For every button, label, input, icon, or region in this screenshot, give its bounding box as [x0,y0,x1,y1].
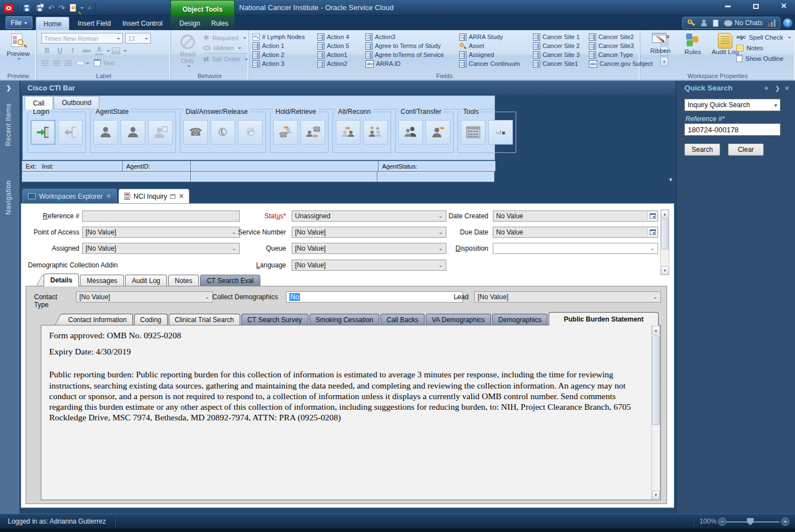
tab-ct-search-eval[interactable]: CT Search Eval [200,275,260,286]
zoom-in-button[interactable]: + [781,517,789,526]
oracle-logo-icon[interactable] [3,3,14,13]
maximize-button[interactable] [749,2,763,10]
field-item[interactable]: ablARRA ID [365,59,455,68]
tab-nci-inquiry[interactable]: NCI Inquiry ✕ [118,189,189,203]
transfer-button[interactable] [426,120,450,145]
scroll-down-button[interactable]: ▼ [661,266,669,275]
scrollbar-thumb[interactable] [652,336,660,425]
login-button[interactable] [31,120,55,145]
field-item[interactable]: Action2 [317,59,361,68]
status-dropdown[interactable]: Unassigned⌄ [292,210,446,222]
clear-button[interactable]: Clear [728,143,764,156]
align-left-icon[interactable] [41,60,49,66]
expand-dock-icon[interactable]: ❯ [6,84,11,92]
agent-ready-button[interactable] [93,120,118,145]
scrollbar-thumb[interactable] [661,219,669,250]
save-all-icon[interactable] [35,3,44,12]
field-item[interactable]: Cancer Continuum [459,59,529,68]
audit-log-button[interactable]: Audit Log [711,33,740,56]
field-item[interactable]: Action3 [365,32,455,41]
font-color-dropdown[interactable] [107,50,110,54]
ribbon-tab-design[interactable]: Design [172,17,207,30]
ribbon-tab-home[interactable]: Home [36,17,69,30]
panel-scroll-down-icon[interactable]: ▼ [668,177,673,183]
strikethrough-button[interactable]: abc [80,48,93,54]
rules-button[interactable]: Rules [678,33,707,56]
tab-public-burden-statement[interactable]: Public Burden Statement [549,312,659,325]
underline-button[interactable]: U [54,47,65,55]
font-size-combo[interactable]: 12 [125,33,151,44]
chat-status[interactable]: No Chats [724,19,763,27]
tab-clinical-trial-search[interactable]: Clinical Trial Search [169,314,240,325]
tab-messages[interactable]: Messages [80,275,124,286]
agent-not-ready-button[interactable] [121,120,145,145]
service-number-dropdown[interactable]: [No Value]⌄ [292,227,446,238]
help-button[interactable]: ? [783,18,793,28]
content-scrollbar[interactable]: ▲ ▼ [651,325,660,500]
collect-demographics-combo[interactable]: No⌄ [286,291,463,303]
bold-button[interactable]: B [41,47,53,55]
retrieve-button[interactable]: ☎ [301,120,325,145]
show-outline-button[interactable]: Show Outline [736,53,791,64]
close-panel-icon[interactable]: ✕ [784,85,789,92]
zoom-slider-thumb[interactable] [747,518,754,525]
restore-window-icon[interactable] [170,194,175,199]
tab-workspaces-explorer[interactable]: Workspaces Explorer ✕ [22,189,117,203]
conference-button[interactable] [398,120,423,145]
cti-tab-outbound[interactable]: Outbound [54,96,100,109]
tab-contact-information[interactable]: Contact Information [62,314,133,325]
hidden-button[interactable]: Hidden [203,43,248,54]
border-style-combo[interactable] [77,61,89,65]
font-name-combo[interactable]: Times New Roman [41,33,123,44]
field-item[interactable]: Agree toTerms of Service [365,50,455,59]
fill-color-dropdown[interactable] [123,50,127,54]
reconnect-button[interactable] [363,120,388,145]
align-right-icon[interactable] [65,60,72,66]
notes-button[interactable]: Notes [736,42,791,53]
assigned-dropdown[interactable]: [No Value]⌄ [82,243,240,254]
minimize-button[interactable] [721,2,735,10]
record-button[interactable]: ○/■ [488,120,513,145]
contact-type-dropdown[interactable]: [No Value]⌄ [76,291,213,303]
field-item[interactable]: Cancer Site 1 [533,32,584,41]
alternate-button[interactable] [336,120,360,145]
fill-color-icon[interactable] [112,47,120,54]
logout-button[interactable] [58,120,83,145]
dial-button[interactable]: ☎ [183,120,208,145]
required-button[interactable]: ✱ Required [203,32,248,43]
field-item[interactable]: Agree to Terms of Study [365,41,455,50]
field-item[interactable]: Action 2 [253,50,313,59]
preview-button[interactable]: Preview [3,32,34,60]
key-icon[interactable] [687,19,695,27]
field-item[interactable]: Cancer Site1 [533,59,584,68]
font-color-button[interactable]: A [95,46,103,55]
tab-order-button[interactable]: ⇄ Tab Order [203,54,248,64]
tab-smoking-cessation[interactable]: Smoking Cessation [310,314,379,325]
date-created-field[interactable]: No Value [493,210,658,222]
close-tab-icon[interactable]: ✕ [179,193,184,200]
recent-items-panel-tab[interactable]: Recent Items [4,103,12,146]
field-item[interactable]: Action 4 [317,32,361,41]
scroll-up-button[interactable]: ▲ [661,210,669,218]
tab-demographics[interactable]: Demographics [492,314,548,325]
collapse-panel-icon[interactable]: ❯ [775,85,780,92]
tab-coding[interactable]: Coding [134,314,168,325]
undo-icon[interactable]: ↶ [48,3,55,12]
tab-details[interactable]: Details [44,274,79,286]
field-item[interactable]: Asset [459,41,529,50]
ribbon-properties-button[interactable]: ✕ Ribbon [646,33,675,56]
cti-tab-call[interactable]: Call [25,96,53,109]
form-scrollbar[interactable]: ▲ ▼ [660,209,669,275]
field-item[interactable]: Action 5 [317,41,361,50]
profile-icon[interactable] [701,20,707,26]
field-item[interactable]: Cancer Site 2 [533,41,584,50]
hold-button[interactable]: ☎ [273,120,298,145]
file-menu-button[interactable]: File [6,16,32,29]
text-button[interactable]: Text [94,59,115,66]
navigation-panel-tab[interactable]: Navigation [4,180,12,215]
ribbon-tab-insert-field[interactable]: Insert Field [70,17,118,30]
ribbon-tab-insert-control[interactable]: Insert Control [115,17,170,30]
field-item[interactable]: ARRA Study [459,32,529,41]
scroll-up-button[interactable]: ▲ [652,326,660,334]
tab-va-demographics[interactable]: VA Demographics [426,314,491,325]
